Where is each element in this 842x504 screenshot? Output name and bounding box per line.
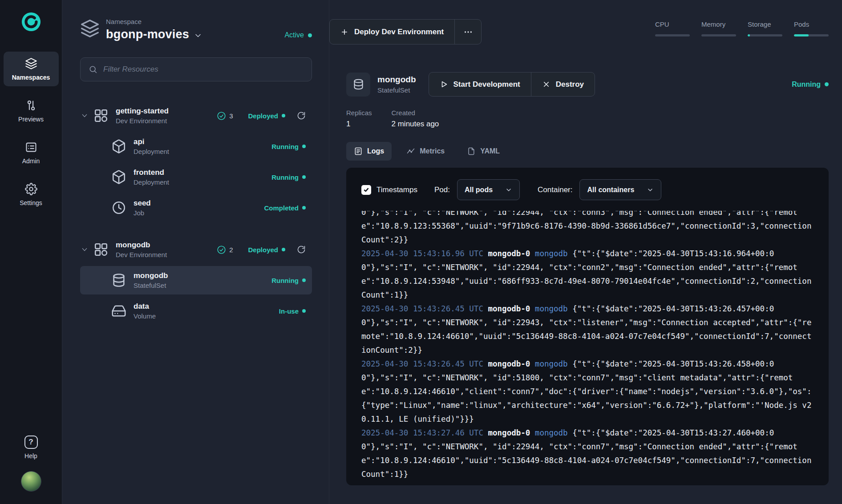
chevron-down-icon — [505, 186, 512, 194]
sidebar-bottom: ? Help — [21, 435, 41, 492]
detail-resource-kind: StatefulSet — [377, 86, 416, 94]
tab-logs[interactable]: Logs — [346, 142, 392, 161]
sidebar-item-previews[interactable]: Previews — [4, 93, 59, 128]
sidebar-item-label: Settings — [20, 199, 42, 206]
tree-row-mongodb-statefulset[interactable]: mongodb StatefulSet Running — [80, 266, 312, 294]
sidebar-item-namespaces[interactable]: Namespaces — [4, 52, 59, 86]
destroy-button[interactable]: Destroy — [531, 73, 595, 96]
resource-name: mongodb — [134, 271, 168, 280]
filter-resources-input[interactable] — [103, 65, 304, 74]
log-entry: 2025-04-30 15:43:16.96 UTC mongodb-0 mon… — [361, 247, 814, 302]
topbar: Deploy Dev Environment CPU Memory — [329, 0, 829, 44]
resource-name: seed — [134, 199, 151, 208]
tree-group-mongodb[interactable]: mongodb Dev Environment 2 Deployed — [80, 235, 312, 264]
deploy-dev-environment-button[interactable]: Deploy Dev Environment — [330, 20, 454, 44]
layers-icon — [25, 57, 37, 70]
meter-cpu: CPU — [655, 20, 690, 36]
sidebar-item-label: Previews — [18, 116, 44, 123]
replicas-field: Replicas 1 — [346, 109, 372, 129]
help-label: Help — [24, 452, 37, 460]
chevron-down-icon — [194, 31, 202, 40]
tree-row-frontend[interactable]: frontend Deployment Running — [80, 163, 312, 191]
status-dot — [302, 175, 306, 179]
pod-select[interactable]: All pods — [457, 179, 520, 200]
tab-yaml[interactable]: YAML — [459, 142, 507, 161]
detail-tabs: Logs Metrics YAML — [346, 142, 829, 161]
tree-row-api[interactable]: api Deployment Running — [80, 132, 312, 161]
ellipsis-icon — [463, 27, 473, 37]
dev-environment-icon — [93, 242, 109, 257]
tree-group-getting-started[interactable]: getting-started Dev Environment 3 Deploy… — [80, 101, 312, 130]
namespace-icon-wrap — [80, 18, 100, 38]
user-avatar[interactable] — [21, 471, 41, 492]
statefulset-icon-tile — [346, 73, 370, 97]
search-icon — [89, 65, 97, 74]
gear-icon — [25, 183, 37, 195]
meter-memory: Memory — [701, 20, 736, 36]
sidebar-item-settings[interactable]: Settings — [4, 177, 59, 212]
tree-row-data-volume[interactable]: data Volume In-use — [80, 297, 312, 325]
redeploy-button[interactable] — [297, 245, 306, 254]
resource-kind: Dev Environment — [116, 251, 167, 258]
resource-tree: getting-started Dev Environment 3 Deploy… — [80, 99, 312, 325]
start-development-label: Start Development — [453, 80, 520, 89]
ready-count: 3 — [229, 112, 233, 120]
resource-name: frontend — [134, 168, 169, 177]
resource-detail-panel: mongodb StatefulSet Start Development De… — [346, 72, 829, 504]
more-options-button[interactable] — [454, 20, 481, 44]
deploy-button-label: Deploy Dev Environment — [354, 28, 444, 36]
timestamps-toggle[interactable]: Timestamps — [361, 185, 417, 195]
container-select[interactable]: All containers — [579, 179, 661, 200]
log-entry: 2025-04-30 15:43:26.45 UTC mongodb-0 mon… — [361, 357, 814, 426]
created-field: Created 2 minutes ago — [392, 109, 439, 129]
status-badge: Running — [271, 173, 306, 181]
log-scroll-area[interactable]: 0"},"s":"I", "c":"NETWORK", "id":22944, … — [361, 211, 814, 485]
admin-icon — [25, 141, 37, 153]
pod-select-value: All pods — [465, 186, 493, 194]
resource-kind: StatefulSet — [134, 282, 168, 289]
meter-track — [655, 34, 690, 36]
layers-icon — [80, 19, 100, 38]
check-circle-icon — [217, 245, 226, 254]
sidebar: Namespaces Previews Admin Settings — [0, 0, 62, 504]
filter-resources-box — [80, 57, 312, 81]
status-badge: In-use — [279, 307, 306, 315]
log-controls: Timestamps Pod: All pods Container: All … — [361, 179, 814, 200]
meter-fill — [794, 34, 809, 36]
check-icon — [363, 187, 369, 193]
metrics-chart-icon — [406, 147, 415, 156]
resource-kind: Job — [134, 209, 151, 217]
question-mark-icon: ? — [24, 435, 38, 449]
help-button[interactable]: ? Help — [24, 435, 38, 460]
redeploy-button[interactable] — [297, 111, 306, 120]
chevron-down-icon — [81, 112, 88, 119]
namespace-header: Namespace bgonp-movies Active — [80, 18, 312, 41]
tree-row-seed[interactable]: seed Job Completed — [80, 194, 312, 222]
start-development-button[interactable]: Start Development — [429, 73, 531, 96]
checkbox-checked-icon — [361, 185, 371, 195]
namespace-kicker: Namespace — [106, 18, 202, 25]
meter-track — [794, 34, 829, 36]
resource-name: getting-started — [116, 107, 169, 116]
resource-kind: Dev Environment — [116, 117, 169, 125]
app-root: Namespaces Previews Admin Settings — [0, 0, 842, 504]
logs-icon — [354, 147, 363, 156]
deployment-cube-icon — [111, 139, 126, 154]
volume-drive-icon — [111, 303, 126, 319]
sidebar-item-admin[interactable]: Admin — [4, 135, 59, 170]
job-clock-icon — [111, 200, 126, 215]
namespace-switcher[interactable]: bgonp-movies — [106, 28, 202, 41]
status-dot — [302, 145, 306, 148]
detail-action-group: Start Development Destroy — [429, 72, 595, 97]
main-content: Deploy Dev Environment CPU Memory — [329, 0, 842, 504]
ready-indicator: 2 — [217, 245, 233, 254]
log-viewer: Timestamps Pod: All pods Container: All … — [346, 168, 829, 485]
container-select-value: All containers — [587, 186, 634, 194]
okteto-logo-icon[interactable] — [21, 12, 41, 32]
refresh-icon — [297, 245, 306, 254]
status-dot — [282, 248, 285, 251]
log-entry: 2025-04-30 15:43:27.46 UTC mongodb-0 mon… — [361, 426, 814, 481]
tab-metrics[interactable]: Metrics — [399, 142, 452, 161]
log-entry: 0"},"s":"I", "c":"NETWORK", "id":22944, … — [361, 211, 814, 247]
yaml-file-icon — [467, 147, 476, 156]
